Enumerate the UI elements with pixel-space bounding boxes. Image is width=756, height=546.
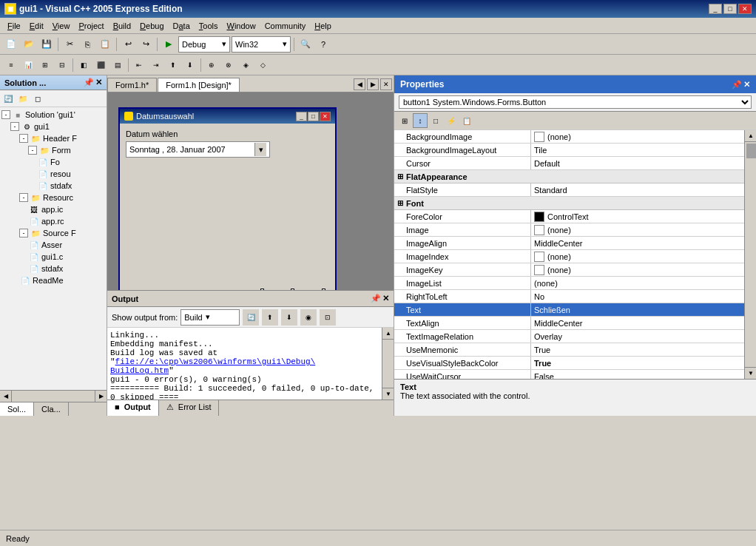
output-tab-errorlist[interactable]: ⚠ Error List — [159, 400, 220, 416]
menu-file[interactable]: File — [3, 20, 25, 32]
tree-file-stdafx1[interactable]: 📄 stdafx — [1, 180, 105, 192]
expand-resource[interactable]: - — [19, 193, 28, 202]
platform-dropdown[interactable]: Win32 ▾ — [232, 36, 291, 53]
tb2-btn9[interactable]: ⇥ — [148, 57, 164, 73]
date-picker-dropdown-btn[interactable]: ▾ — [254, 143, 266, 156]
prop-value-bgimage[interactable]: (none) — [531, 130, 744, 143]
menu-view[interactable]: View — [48, 20, 75, 32]
tree-file-asser[interactable]: 📄 Asser — [1, 239, 105, 251]
out-scroll-down[interactable]: ▼ — [382, 388, 394, 400]
toolbar-redo[interactable]: ↪ — [138, 36, 154, 53]
handle-tl[interactable] — [260, 289, 264, 290]
tb2-btn5[interactable]: ◧ — [75, 57, 92, 73]
handle-tr[interactable] — [322, 289, 325, 290]
sol-tb-btn1[interactable]: 🔄 — [1, 92, 15, 105]
output-tb-btn5[interactable]: ⊡ — [320, 309, 336, 326]
prop-value-cursor[interactable]: Default — [531, 157, 744, 169]
build-log-link[interactable]: file://e:\cpp\ws2006\winforms\gui1\Debug… — [110, 357, 315, 375]
tb2-btn12[interactable]: ⊕ — [203, 57, 220, 73]
expand-solution[interactable]: - — [1, 110, 10, 119]
toolbar-find[interactable]: 🔍 — [297, 36, 314, 53]
output-tb-btn2[interactable]: ⬆ — [262, 309, 278, 326]
props-object-select[interactable]: button1 System.Windows.Forms.Button — [399, 95, 752, 109]
tree-folder-form[interactable]: - 📁 Form — [1, 144, 105, 156]
toolbar-copy[interactable]: ⎘ — [79, 36, 95, 53]
props-scroll-down[interactable]: ▼ — [745, 367, 756, 379]
menu-window[interactable]: Window — [222, 20, 260, 32]
prop-value-image[interactable]: (none) — [531, 223, 744, 236]
tree-folder-source[interactable]: - 📁 Source F — [1, 227, 105, 239]
menu-build[interactable]: Build — [109, 20, 135, 32]
cat-expand-icon[interactable]: ⊞ — [397, 172, 403, 181]
tree-file-appic[interactable]: 🖼 app.ic — [1, 203, 105, 215]
prop-value-textimagerelation[interactable]: Overlay — [531, 330, 744, 343]
maximize-button[interactable]: □ — [723, 4, 737, 14]
output-tb-btn4[interactable]: ◉ — [300, 309, 317, 326]
menu-help[interactable]: Help — [310, 20, 336, 32]
props-proppage-btn[interactable]: 📋 — [459, 113, 474, 128]
tab-scroll-right[interactable]: ▶ — [367, 78, 379, 90]
prop-value-usevisual[interactable]: True — [531, 357, 744, 369]
sol-tb-btn2[interactable]: 📁 — [16, 92, 30, 105]
prop-value-usewaitcursor[interactable]: False — [531, 370, 744, 379]
tab-scroll-left[interactable]: ◀ — [354, 78, 365, 90]
toolbar-save[interactable]: 💾 — [38, 36, 55, 53]
prop-value-bgimagelayout[interactable]: Tile — [531, 144, 744, 156]
tree-file-apprc[interactable]: 📄 app.rc — [1, 215, 105, 227]
scroll-track[interactable] — [12, 391, 95, 402]
props-pin-icon[interactable]: 📌 — [732, 80, 742, 90]
tb2-btn8[interactable]: ⇤ — [131, 57, 147, 73]
tb2-btn11[interactable]: ⬇ — [182, 57, 198, 73]
prop-value-text[interactable]: Schließen — [531, 303, 744, 316]
tree-solution[interactable]: - ■ Solution 'gui1' — [1, 109, 105, 121]
prop-value-righttoleft[interactable]: No — [531, 290, 744, 303]
handle-tm[interactable] — [291, 289, 294, 290]
prop-value-usemnemonic[interactable]: True — [531, 343, 744, 356]
tb2-btn10[interactable]: ⬆ — [165, 57, 181, 73]
form-minimize-btn[interactable]: _ — [296, 112, 307, 121]
props-scroll-thumb[interactable] — [746, 144, 756, 158]
date-picker[interactable]: Sonntag , 28. Januar 2007 ▾ — [126, 141, 270, 158]
sol-tab-solution[interactable]: Sol... — [0, 402, 34, 416]
prop-value-textalign[interactable]: MiddleCenter — [531, 317, 744, 329]
prop-value-flatstyle[interactable]: Standard — [531, 183, 744, 196]
tree-folder-header[interactable]: - 📁 Header F — [1, 132, 105, 144]
menu-project[interactable]: Project — [74, 20, 108, 32]
toolbar-help[interactable]: ? — [315, 36, 331, 53]
tree-project-gui1[interactable]: - ⚙ gui1 — [1, 121, 105, 132]
pin-icon[interactable]: 📌 — [84, 78, 94, 87]
panel-close-icon[interactable]: ✕ — [95, 78, 102, 87]
props-properties-btn[interactable]: □ — [428, 113, 443, 128]
prop-value-imagekey[interactable]: (none) — [531, 263, 744, 276]
props-events-btn[interactable]: ⚡ — [444, 113, 459, 128]
tree-file-resou[interactable]: 📄 resou — [1, 168, 105, 180]
tb2-btn15[interactable]: ◇ — [254, 57, 271, 73]
toolbar-cut[interactable]: ✂ — [61, 36, 78, 53]
out-scroll-up[interactable]: ▲ — [382, 328, 394, 340]
toolbar-start[interactable]: ▶ — [161, 36, 177, 53]
form-close-btn[interactable]: ✕ — [320, 112, 331, 121]
props-categorized-btn[interactable]: ⊞ — [397, 113, 412, 128]
menu-debug[interactable]: Debug — [135, 20, 168, 32]
menu-community[interactable]: Community — [260, 20, 311, 32]
tb2-btn6[interactable]: ⬛ — [92, 57, 109, 73]
tree-file-stdafx2[interactable]: 📄 stdafx — [1, 263, 105, 274]
tb2-btn3[interactable]: ⊞ — [37, 57, 53, 73]
designer-bg[interactable]: Datumsauswahl _ □ ✕ Datum wählen Sonntag… — [107, 92, 394, 290]
sol-tb-btn3[interactable]: ◻ — [31, 92, 44, 105]
output-source-dropdown[interactable]: Build ▾ — [180, 309, 240, 326]
tree-file-gui1c[interactable]: 📄 gui1.c — [1, 251, 105, 263]
menu-tools[interactable]: Tools — [195, 20, 223, 32]
output-close-icon[interactable]: ✕ — [382, 294, 389, 303]
prop-value-forecolor[interactable]: ControlText — [531, 210, 744, 223]
expand-header[interactable]: - — [19, 134, 28, 143]
tb2-btn13[interactable]: ⊗ — [220, 57, 237, 73]
expand-source[interactable]: - — [19, 229, 28, 237]
prop-value-imagealign[interactable]: MiddleCenter — [531, 237, 744, 249]
prop-row-text[interactable]: Text Schließen — [394, 303, 744, 317]
tab-form1h-design[interactable]: Form1.h [Design]* — [158, 78, 240, 92]
output-pin-icon[interactable]: 📌 — [371, 294, 381, 303]
close-button[interactable]: ✕ — [738, 4, 752, 14]
toolbar-new[interactable]: 📄 — [3, 36, 19, 53]
prop-value-imageindex[interactable]: (none) — [531, 250, 744, 263]
